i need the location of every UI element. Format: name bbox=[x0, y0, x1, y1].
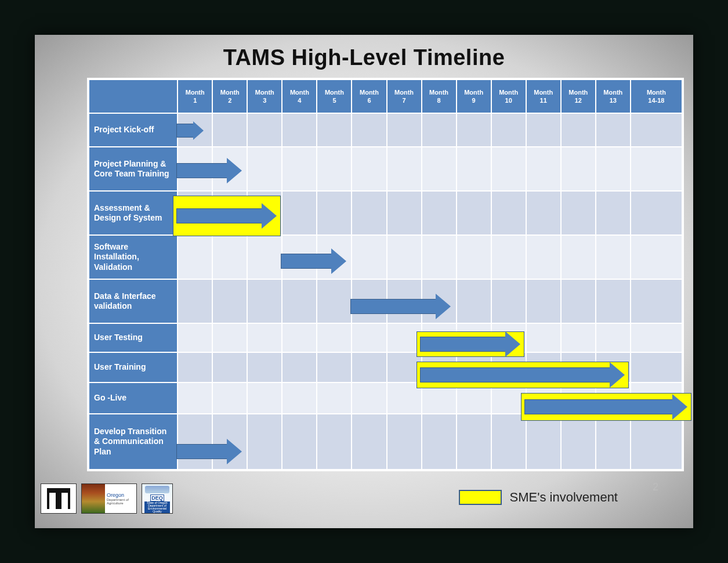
timeline-cell bbox=[422, 414, 457, 470]
timeline-cell bbox=[247, 147, 282, 191]
timeline-cell bbox=[561, 113, 596, 147]
timeline-cell bbox=[491, 414, 526, 470]
timeline-cell bbox=[387, 279, 422, 323]
timeline-cell bbox=[178, 113, 212, 147]
month-header: Month4 bbox=[282, 80, 317, 113]
timeline-cell bbox=[596, 113, 631, 147]
timeline-cell bbox=[352, 235, 386, 279]
task-label: User Training bbox=[89, 352, 178, 382]
timeline-cell bbox=[561, 147, 596, 191]
timeline-cell bbox=[631, 147, 682, 191]
timeline-cell bbox=[352, 279, 386, 323]
timeline-cell bbox=[631, 235, 682, 279]
timeline-cell bbox=[457, 323, 491, 352]
timeline-cell bbox=[457, 279, 491, 323]
timeline-cell bbox=[631, 382, 682, 414]
month-header: Month8 bbox=[422, 80, 457, 113]
task-label: Develop Transition & Communication Plan bbox=[89, 414, 178, 470]
timeline-cell bbox=[282, 191, 317, 235]
task-label: Project Kick-off bbox=[89, 113, 178, 147]
timeline-cell bbox=[596, 382, 631, 414]
timeline-cell bbox=[282, 323, 317, 352]
timeline-cell bbox=[457, 147, 491, 191]
timeline-cell bbox=[491, 279, 526, 323]
timeline-table: Month1Month2Month3Month4Month5Month6Mont… bbox=[88, 79, 683, 470]
task-row: Software Installation, Validation bbox=[89, 235, 682, 279]
timeline-header: Month1Month2Month3Month4Month5Month6Mont… bbox=[89, 80, 682, 113]
slide-title: TAMS High-Level Timeline bbox=[35, 35, 693, 76]
timeline-cell bbox=[212, 147, 247, 191]
timeline-cell bbox=[178, 191, 212, 235]
timeline-cell bbox=[282, 235, 317, 279]
timeline-cell bbox=[317, 147, 352, 191]
timeline-cell bbox=[596, 191, 631, 235]
timeline-cell bbox=[422, 235, 457, 279]
timeline-cell bbox=[282, 113, 317, 147]
timeline-cell bbox=[352, 147, 386, 191]
timeline-cell bbox=[317, 235, 352, 279]
timeline-cell bbox=[178, 382, 212, 414]
timeline-cell bbox=[387, 147, 422, 191]
timeline-cell bbox=[457, 235, 491, 279]
timeline-cell bbox=[212, 113, 247, 147]
month-header: Month14-18 bbox=[631, 80, 682, 113]
legend-swatch bbox=[459, 490, 502, 505]
timeline-cell bbox=[317, 191, 352, 235]
legend: SME's involvement bbox=[459, 490, 618, 505]
timeline-cell bbox=[212, 382, 247, 414]
timeline-cell bbox=[212, 323, 247, 352]
month-header: Month5 bbox=[317, 80, 352, 113]
timeline-cell bbox=[561, 323, 596, 352]
timeline-cell bbox=[526, 279, 561, 323]
timeline-cell bbox=[282, 279, 317, 323]
timeline-cell bbox=[387, 414, 422, 470]
timeline-cell bbox=[387, 382, 422, 414]
timeline-cell bbox=[317, 113, 352, 147]
task-row: User Testing bbox=[89, 323, 682, 352]
timeline-cell bbox=[596, 235, 631, 279]
timeline-cell bbox=[491, 147, 526, 191]
month-header: Month1 bbox=[178, 80, 212, 113]
timeline-cell bbox=[491, 113, 526, 147]
task-label: User Testing bbox=[89, 323, 178, 352]
timeline-cell bbox=[526, 147, 561, 191]
timeline-cell bbox=[387, 235, 422, 279]
month-header: Month10 bbox=[491, 80, 526, 113]
timeline-cell bbox=[526, 235, 561, 279]
deq-sub: State of Oregon Department of Environmen… bbox=[144, 501, 170, 513]
timeline-cell bbox=[422, 279, 457, 323]
presentation-frame: TAMS High-Level Timeline Month1Month2Mon… bbox=[0, 0, 728, 563]
timeline-cell bbox=[422, 352, 457, 382]
task-row: User Training bbox=[89, 352, 682, 382]
timeline-cell bbox=[596, 414, 631, 470]
timeline-cell bbox=[247, 113, 282, 147]
timeline-cell bbox=[387, 323, 422, 352]
timeline-cell bbox=[631, 352, 682, 382]
timeline-cell bbox=[631, 279, 682, 323]
timeline-cell bbox=[178, 279, 212, 323]
month-header: Month13 bbox=[596, 80, 631, 113]
timeline-cell bbox=[247, 191, 282, 235]
timeline-cell bbox=[526, 113, 561, 147]
timeline-cell bbox=[178, 147, 212, 191]
timeline-cell bbox=[317, 279, 352, 323]
slide: TAMS High-Level Timeline Month1Month2Mon… bbox=[35, 35, 693, 528]
timeline-cell bbox=[561, 279, 596, 323]
timeline-cell bbox=[212, 279, 247, 323]
timeline-cell bbox=[422, 147, 457, 191]
timeline-cell bbox=[212, 414, 247, 470]
timeline-cell bbox=[491, 191, 526, 235]
odot-logo-icon bbox=[41, 483, 77, 514]
timeline-cell bbox=[491, 352, 526, 382]
timeline-cell bbox=[526, 382, 561, 414]
footer-logos: Oregon Department of Agriculture DEQ Sta… bbox=[41, 483, 173, 514]
task-row: Project Kick-off bbox=[89, 113, 682, 147]
oda-title: Oregon bbox=[107, 493, 136, 498]
timeline-cell bbox=[561, 235, 596, 279]
month-header: Month12 bbox=[561, 80, 596, 113]
timeline-cell bbox=[526, 414, 561, 470]
timeline-cell bbox=[457, 352, 491, 382]
timeline-cell bbox=[631, 113, 682, 147]
timeline-cell bbox=[631, 323, 682, 352]
task-row: Go -Live bbox=[89, 382, 682, 414]
